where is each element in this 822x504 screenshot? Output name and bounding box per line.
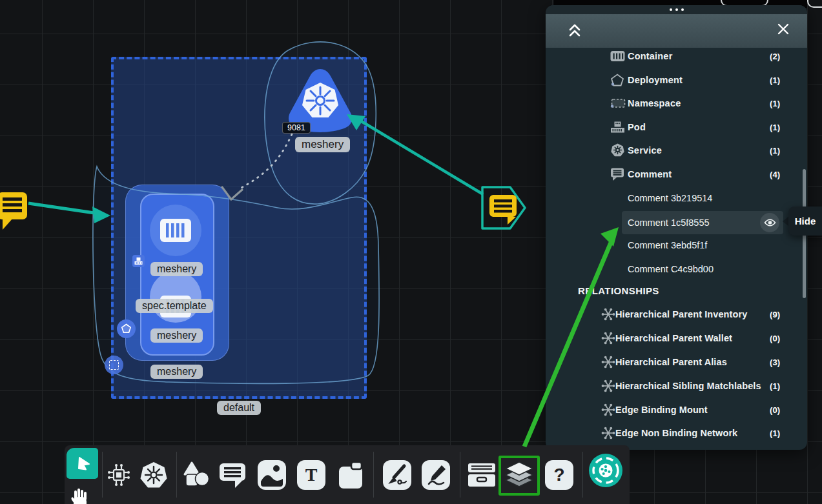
- annotation-green-arrow: [0, 0, 822, 504]
- kanvas-design-canvas[interactable]: 9081 meshery meshery spec.template meshe…: [0, 0, 822, 504]
